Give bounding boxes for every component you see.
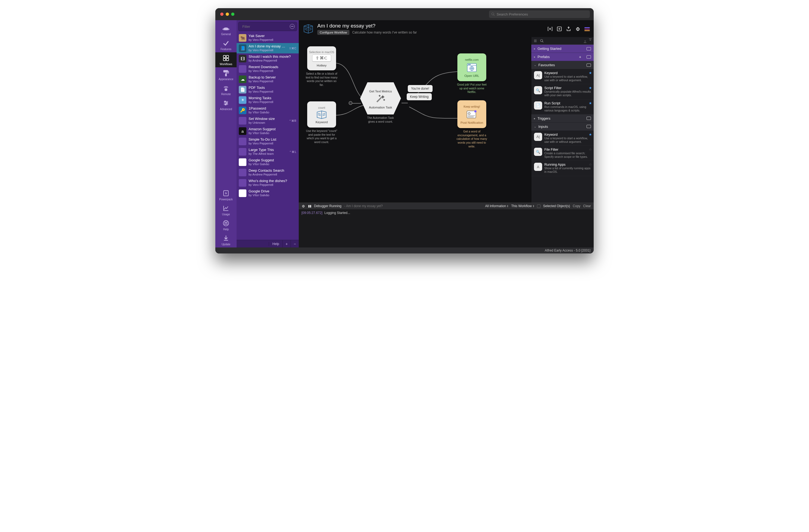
chip-done[interactable]: You're done!	[408, 85, 433, 92]
nav-workflows[interactable]: Workflows	[215, 52, 237, 67]
nav-general[interactable]: General	[215, 22, 237, 37]
star-icon[interactable]: ☆	[589, 162, 592, 167]
collapse-down-icon[interactable]: ⌄	[584, 39, 586, 43]
section-label: Triggers	[537, 116, 550, 120]
clear-button[interactable]: Clear	[583, 204, 591, 208]
workflow-filter[interactable]: •••	[238, 22, 297, 31]
workflow-icon	[303, 23, 314, 35]
book-icon	[316, 110, 327, 119]
selected-objects-checkbox[interactable]	[537, 204, 540, 208]
star-icon[interactable]: ☆	[589, 148, 592, 152]
chip-keep[interactable]: Keep Writing	[407, 93, 432, 100]
workflow-item[interactable]: Large Type This by The Alfred team ⌃⌘L	[237, 147, 299, 157]
section-favourites[interactable]: ⌄ Favourites	[531, 61, 594, 69]
workflow-item[interactable]: ▲ Google Drive by Vítor Galvão	[237, 188, 299, 199]
svg-rect-5	[223, 58, 226, 61]
debug-filter-scope[interactable]: This Workflow▴▾	[511, 204, 534, 208]
node-open-url[interactable]: netflix.com Open URL Good job! Put your …	[455, 53, 488, 94]
palette-item[interactable]: 🔍 Script Filter Dynamically populate Alf…	[531, 84, 594, 99]
export-button[interactable]	[566, 26, 571, 32]
debug-button[interactable]	[575, 26, 581, 32]
palette-item-desc: Use a keyword to start a workflow, use w…	[544, 75, 591, 82]
workflow-item[interactable]: Recent Downloads by Vero Pepperrell	[237, 64, 299, 74]
section-label: Getting Started	[537, 47, 561, 51]
section-label: Prefabs	[537, 55, 550, 59]
section-getting-started[interactable]: ▸ Getting Started	[531, 45, 594, 53]
section-prefabs[interactable]: ▸ Prefabs +	[531, 53, 594, 61]
chevron-right-icon: ▸	[534, 47, 535, 50]
close-window-button[interactable]	[220, 13, 224, 16]
node-keyword-desc: Use the keyword "count" and paste the te…	[305, 129, 338, 144]
star-icon[interactable]: ★	[589, 133, 592, 137]
minimize-window-button[interactable]	[226, 13, 229, 16]
workflow-item[interactable]: Set Window size by Unknown ⌃⌘R	[237, 116, 299, 126]
help-button[interactable]: Help	[269, 242, 282, 246]
palette-item[interactable]: A Running Apps Show a list of currently …	[531, 161, 594, 176]
workflow-item[interactable]: 🐂 Yak Saver by Vero Pepperrell	[237, 33, 299, 43]
copy-button[interactable]: Copy	[573, 204, 580, 208]
nav-remote[interactable]: Remote	[215, 82, 237, 97]
junction-dot[interactable]	[349, 101, 352, 105]
add-button[interactable]	[556, 26, 562, 32]
nav-usage[interactable]: Usage	[215, 203, 237, 218]
variables-button[interactable]	[547, 26, 553, 32]
workflow-item[interactable]: a Amazon Suggest by Vítor Galvão	[237, 126, 299, 136]
palette-item[interactable]: A| Keyword Use a keyword to start a work…	[531, 131, 594, 146]
workflow-item[interactable]: 📄 PDF Tools by Vero Pepperrell	[237, 85, 299, 95]
node-notification[interactable]: Keep writing! Post Notification Get a wo…	[455, 100, 488, 148]
workflow-item[interactable]: G Google Suggest by Vítor Galvão	[237, 157, 299, 167]
star-icon[interactable]: ★	[589, 101, 592, 105]
workflow-item[interactable]: Deep Contacts Search by Andrew Pepperrel…	[237, 167, 299, 178]
bug-icon[interactable]	[302, 204, 305, 208]
workflow-item[interactable]: Simple To-Do List by Vero Pepperrell	[237, 136, 299, 147]
nav-appearance[interactable]: Appearance	[215, 67, 237, 82]
section-triggers[interactable]: ▸ Triggers	[531, 115, 594, 123]
workflow-item-icon	[239, 148, 246, 156]
node-automation[interactable]: Get Text Metrics Automation Task The Aut…	[360, 82, 401, 123]
palette-item[interactable]: 📄 Run Script Run commands in macOS, usin…	[531, 100, 594, 115]
workflow-item-icon: G	[239, 158, 246, 166]
workflow-item[interactable]: 📘 Am I done my essay yet? by Vero Pepper…	[237, 43, 299, 53]
list-icon[interactable]	[533, 39, 537, 43]
remove-workflow-button[interactable]: −	[291, 240, 299, 248]
search-icon[interactable]	[540, 39, 544, 43]
nav-features[interactable]: Features	[215, 37, 237, 52]
star-icon[interactable]: ★	[589, 71, 592, 75]
svg-point-9	[225, 89, 227, 91]
pause-button[interactable]: ▮▮	[308, 204, 311, 208]
plus-icon[interactable]: +	[579, 55, 581, 59]
palette-item-icon: 🔍	[534, 148, 542, 156]
nav-update[interactable]: Update	[215, 233, 237, 247]
menu-button[interactable]	[584, 27, 590, 31]
collapse-up-icon[interactable]: ⌃	[589, 39, 591, 43]
palette-item[interactable]: A| Keyword Use a keyword to start a work…	[531, 69, 594, 84]
add-workflow-button[interactable]: +	[282, 240, 291, 248]
status-bar: Alfred Early Access - 5.0 [2031]	[215, 247, 594, 254]
workflow-item-author: by Vero Pepperrell	[248, 38, 296, 42]
palette-item[interactable]: 🔍 File Filter Create a customised file s…	[531, 146, 594, 161]
filter-options-button[interactable]: •••	[290, 24, 295, 29]
workflow-item-title: Set Window size	[248, 117, 287, 121]
svg-point-30	[470, 64, 470, 65]
nav-powerpack[interactable]: Powerpack	[215, 188, 237, 203]
zoom-window-button[interactable]	[231, 13, 235, 16]
workflow-item[interactable]: 🎞 Should I watch this movie? by Andrew P…	[237, 53, 299, 64]
node-keyword[interactable]: count Keyword Use the keyword "count" an…	[305, 101, 338, 144]
section-inputs[interactable]: ⌄ Inputs	[531, 123, 594, 131]
workflow-item[interactable]: 🔑 1Password by Vítor Galvão	[237, 105, 299, 116]
debugger-toolbar: ▮▮ Debugger Running - Am I done my essay…	[299, 203, 594, 209]
workflow-canvas[interactable]: Selection in macOS ⇧⌘C Hotkey Select a f…	[299, 37, 531, 203]
star-icon[interactable]: ★	[589, 86, 592, 90]
debug-filter-info[interactable]: All Information▴▾	[485, 204, 509, 208]
node-hotkey[interactable]: Selection in macOS ⇧⌘C Hotkey Select a f…	[305, 46, 338, 87]
filter-input[interactable]	[242, 24, 288, 29]
search-preferences-input[interactable]: Search Preferences	[489, 10, 590, 18]
configure-workflow-button[interactable]: Configure Workflow	[317, 30, 349, 35]
workflow-item[interactable]: ☀ Morning Tasks by Vero Pepperrell	[237, 95, 299, 105]
workflow-item[interactable]: ☁ Backup to Server by Vero Pepperrell	[237, 74, 299, 85]
workflow-item[interactable]: Who's doing the dishes? by Vero Pepperre…	[237, 178, 299, 188]
workflow-list: 🐂 Yak Saver by Vero Pepperrell 📘 Am I do…	[237, 33, 299, 240]
nav-advanced[interactable]: Advanced	[215, 97, 237, 112]
workflow-item-icon	[239, 138, 246, 145]
nav-help[interactable]: Help	[215, 218, 237, 233]
